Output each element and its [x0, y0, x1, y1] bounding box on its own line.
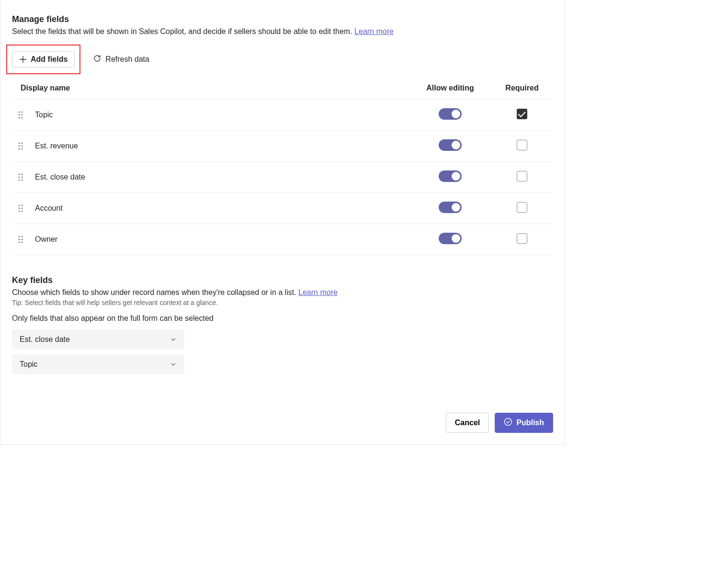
cancel-button[interactable]: Cancel	[446, 413, 489, 433]
svg-point-1	[22, 112, 23, 113]
chevron-down-icon	[170, 361, 177, 368]
key-field-dropdown[interactable]: Est. close date	[12, 329, 184, 350]
fields-table: Display name Allow editing Required Topi…	[12, 80, 553, 255]
field-name: Owner	[29, 224, 409, 255]
svg-point-14	[19, 177, 20, 178]
publish-button[interactable]: Publish	[495, 413, 553, 433]
publish-label: Publish	[516, 418, 544, 427]
allow-editing-toggle[interactable]	[439, 233, 462, 244]
add-fields-button[interactable]: Add fields	[12, 51, 75, 68]
drag-handle-icon[interactable]	[18, 235, 23, 244]
chevron-down-icon	[170, 336, 177, 343]
dropdown-value: Est. close date	[20, 335, 70, 344]
svg-point-0	[19, 112, 20, 113]
check-circle-icon	[504, 418, 512, 428]
required-checkbox[interactable]	[517, 202, 527, 213]
refresh-data-button[interactable]: Refresh data	[91, 51, 151, 68]
svg-point-23	[22, 211, 23, 212]
svg-point-29	[22, 242, 23, 243]
drag-handle-icon[interactable]	[18, 142, 23, 150]
svg-point-18	[19, 205, 20, 206]
svg-point-16	[19, 180, 20, 181]
key-desc-text: Choose which fields to show under record…	[12, 288, 298, 296]
add-fields-label: Add fields	[31, 55, 68, 64]
field-name: Est. revenue	[29, 131, 409, 162]
key-field-dropdown[interactable]: Topic	[12, 354, 184, 374]
svg-point-13	[22, 174, 23, 175]
learn-more-link[interactable]: Learn more	[354, 27, 394, 35]
col-display-name: Display name	[12, 80, 409, 100]
drag-handle-icon[interactable]	[18, 173, 23, 181]
required-checkbox[interactable]	[517, 171, 527, 181]
svg-point-10	[19, 148, 20, 150]
svg-point-15	[22, 177, 23, 178]
svg-point-28	[19, 242, 20, 243]
svg-point-26	[19, 239, 20, 240]
plus-icon	[19, 56, 27, 63]
svg-point-20	[19, 208, 20, 209]
allow-editing-toggle[interactable]	[439, 202, 462, 213]
svg-point-12	[19, 174, 20, 175]
table-row: Owner	[12, 224, 553, 255]
svg-point-5	[22, 117, 23, 119]
col-allow-editing: Allow editing	[409, 80, 491, 100]
allow-editing-toggle[interactable]	[439, 139, 462, 151]
svg-point-8	[19, 146, 20, 147]
svg-point-25	[22, 236, 23, 237]
field-name: Topic	[29, 100, 409, 131]
svg-point-2	[19, 114, 20, 116]
add-fields-highlight: Add fields	[6, 45, 80, 74]
svg-point-17	[22, 180, 23, 181]
svg-point-22	[19, 211, 20, 212]
key-fields-tip: Tip: Select fields that will help seller…	[12, 299, 553, 306]
svg-point-21	[22, 208, 23, 209]
key-fields-title: Key fields	[12, 275, 553, 285]
table-row: Topic	[12, 100, 553, 131]
svg-point-19	[22, 205, 23, 206]
manage-fields-desc: Select the fields that will be shown in …	[12, 27, 553, 36]
svg-point-27	[22, 239, 23, 240]
svg-point-7	[22, 143, 23, 144]
table-row: Account	[12, 193, 553, 224]
svg-point-4	[19, 117, 20, 119]
key-fields-constraint: Only fields that also appear on the full…	[12, 314, 553, 323]
allow-editing-toggle[interactable]	[439, 170, 462, 182]
svg-point-9	[22, 146, 23, 147]
dropdown-value: Topic	[20, 360, 37, 369]
col-required: Required	[491, 80, 553, 100]
refresh-icon	[93, 54, 102, 65]
drag-handle-icon[interactable]	[18, 204, 23, 213]
drag-handle-icon[interactable]	[18, 111, 23, 119]
svg-point-3	[22, 114, 23, 116]
allow-editing-toggle[interactable]	[439, 108, 462, 120]
manage-fields-title: Manage fields	[12, 14, 553, 24]
field-name: Account	[29, 193, 409, 224]
field-name: Est. close date	[29, 162, 409, 193]
required-checkbox[interactable]	[517, 140, 527, 150]
svg-point-24	[19, 236, 20, 237]
svg-point-6	[19, 143, 20, 144]
svg-point-30	[505, 418, 512, 426]
required-checkbox[interactable]	[517, 233, 527, 244]
refresh-label: Refresh data	[105, 55, 149, 64]
required-checkbox[interactable]	[517, 109, 527, 119]
table-row: Est. close date	[12, 162, 553, 193]
manage-desc-text: Select the fields that will be shown in …	[12, 27, 354, 35]
svg-point-11	[22, 148, 23, 150]
key-learn-more-link[interactable]: Learn more	[298, 288, 338, 296]
table-row: Est. revenue	[12, 131, 553, 162]
key-fields-desc: Choose which fields to show under record…	[12, 288, 553, 297]
